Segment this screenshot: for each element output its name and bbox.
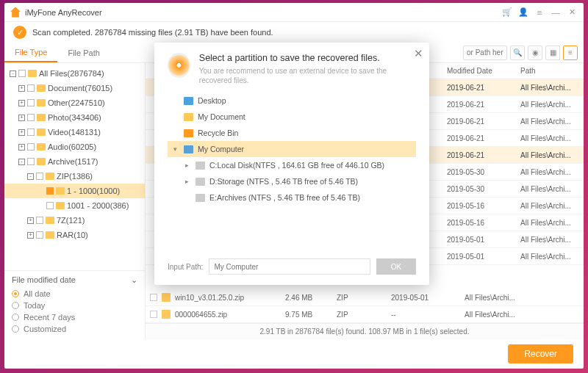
table-row[interactable]: win10_v3.01.25.0.zip2.46 MBZIP2019-05-01…: [146, 289, 584, 306]
radio-option[interactable]: Today: [12, 300, 137, 311]
radio-icon[interactable]: [12, 290, 19, 297]
tree-label: Photo(343406): [48, 113, 101, 122]
home-icon[interactable]: [10, 7, 21, 18]
file-tree[interactable]: -All Files(2876784)+Document(76015)+Othe…: [4, 63, 145, 270]
tree-item[interactable]: +Video(148131): [4, 125, 145, 140]
close-window-icon[interactable]: ✕: [566, 7, 578, 18]
checkbox[interactable]: [46, 202, 54, 209]
folder-icon: [28, 70, 37, 77]
expand-toggle[interactable]: +: [18, 144, 25, 151]
location-item[interactable]: Desktop: [168, 93, 416, 109]
folder-icon: [37, 84, 46, 92]
list-view-icon[interactable]: ≡: [563, 46, 578, 60]
tree-item[interactable]: 1 - 1000(1000): [4, 184, 145, 198]
search-input[interactable]: [463, 46, 507, 60]
location-item[interactable]: ▸C:Local Disk(NTFS , 164.61 GB free of 4…: [168, 157, 416, 173]
checkbox[interactable]: [150, 311, 157, 318]
location-item[interactable]: My Document: [168, 109, 416, 125]
input-path-field[interactable]: [209, 258, 370, 275]
tree-item[interactable]: +Other(2247510): [4, 95, 145, 110]
expand-toggle[interactable]: +: [18, 115, 25, 121]
checkbox[interactable]: [18, 70, 26, 77]
dialog-title: Select a partition to save the recovered…: [199, 53, 416, 63]
checkbox[interactable]: [150, 294, 157, 301]
tree-label: 1 - 1000(1000): [67, 186, 120, 195]
expand-toggle[interactable]: +: [27, 217, 34, 224]
recover-button[interactable]: Recover: [508, 344, 573, 363]
doc-icon: [184, 113, 193, 121]
grid-view-icon[interactable]: ▦: [545, 46, 560, 60]
tree-label: 7Z(121): [57, 216, 85, 225]
checkbox[interactable]: [27, 128, 35, 136]
radio-icon[interactable]: [12, 314, 19, 321]
checkbox[interactable]: [27, 114, 35, 121]
tree-label: Archive(1517): [48, 157, 98, 166]
user-icon[interactable]: 👤: [517, 7, 529, 18]
expand-toggle[interactable]: +: [18, 85, 25, 92]
radio-icon[interactable]: [12, 325, 19, 333]
radio-option[interactable]: Customized: [12, 323, 137, 335]
tree-item[interactable]: +7Z(121): [4, 213, 145, 228]
expand-toggle[interactable]: +: [18, 100, 25, 106]
folder-icon: [56, 202, 65, 209]
tree-item[interactable]: -All Files(2876784): [4, 66, 145, 81]
checkbox[interactable]: [27, 84, 35, 92]
tree-item[interactable]: -ZIP(1386): [4, 169, 145, 184]
checkbox[interactable]: [36, 217, 43, 224]
col-path[interactable]: Path: [517, 67, 584, 75]
checkbox[interactable]: [27, 99, 35, 106]
disc-icon: [168, 53, 190, 78]
folder-icon: [46, 231, 54, 239]
drive-icon: [196, 162, 205, 170]
zip-icon: [162, 310, 171, 319]
expand-toggle[interactable]: +: [18, 129, 25, 136]
location-list[interactable]: DesktopMy DocumentRecycle Bin▾My Compute…: [168, 93, 416, 253]
location-item[interactable]: E:Archives (NTFS , 5.46 TB free of 5.46 …: [168, 189, 416, 206]
save-partition-dialog: ✕ Select a partition to save the recover…: [154, 43, 429, 285]
checkbox[interactable]: [27, 143, 35, 151]
tree-label: Audio(60205): [48, 142, 96, 151]
tree-label: Document(76015): [48, 84, 112, 93]
radio-icon[interactable]: [12, 302, 19, 309]
search-icon[interactable]: 🔍: [510, 46, 525, 60]
radio-option[interactable]: All date: [12, 288, 137, 300]
location-item[interactable]: ▸D:Storage (NTFS , 5.46 TB free of 5.46 …: [168, 173, 416, 189]
ok-button[interactable]: OK: [376, 258, 416, 275]
expand-toggle[interactable]: -: [10, 70, 16, 77]
tree-item[interactable]: +RAR(10): [4, 228, 145, 242]
checkbox[interactable]: [36, 231, 43, 239]
checkbox[interactable]: [36, 173, 43, 180]
preview-icon[interactable]: ◉: [528, 46, 542, 60]
tab-file-type[interactable]: File Type: [4, 43, 57, 62]
tree-item[interactable]: +Document(76015): [4, 81, 145, 95]
expand-toggle[interactable]: -: [18, 159, 25, 165]
tree-item[interactable]: 1001 - 2000(386): [4, 198, 145, 213]
zip-icon: [162, 293, 171, 302]
drive-icon: [196, 178, 205, 186]
checkbox[interactable]: [46, 187, 54, 195]
radio-option[interactable]: Recent 7 days: [12, 311, 137, 323]
col-modified[interactable]: Modified Date: [444, 67, 517, 75]
menu-icon[interactable]: ≡: [534, 7, 545, 18]
location-item[interactable]: Recycle Bin: [168, 125, 416, 141]
drive-icon: [196, 194, 205, 202]
minimize-icon[interactable]: —: [550, 7, 562, 18]
cart-icon[interactable]: 🛒: [501, 7, 513, 18]
checkbox[interactable]: [27, 158, 35, 165]
folder-icon: [37, 128, 46, 136]
tree-label: RAR(10): [57, 231, 88, 239]
tab-file-path[interactable]: File Path: [57, 43, 110, 62]
location-item[interactable]: ▾My Computer: [168, 141, 416, 157]
expand-toggle[interactable]: +: [27, 232, 34, 239]
folder-icon: [37, 99, 46, 106]
check-icon: ✓: [13, 26, 26, 39]
tree-item[interactable]: +Audio(60205): [4, 140, 145, 154]
dialog-close-icon[interactable]: ✕: [414, 47, 423, 60]
expand-toggle[interactable]: -: [27, 173, 34, 180]
tree-item[interactable]: +Photo(343406): [4, 110, 145, 125]
table-row[interactable]: 0000064655.zip9.75 MBZIP--All Files\Arch…: [146, 306, 584, 323]
tree-label: 1001 - 2000(386): [67, 201, 129, 210]
chevron-down-icon[interactable]: ⌄: [131, 275, 137, 285]
folder-icon: [46, 217, 54, 224]
tree-item[interactable]: -Archive(1517): [4, 154, 145, 169]
